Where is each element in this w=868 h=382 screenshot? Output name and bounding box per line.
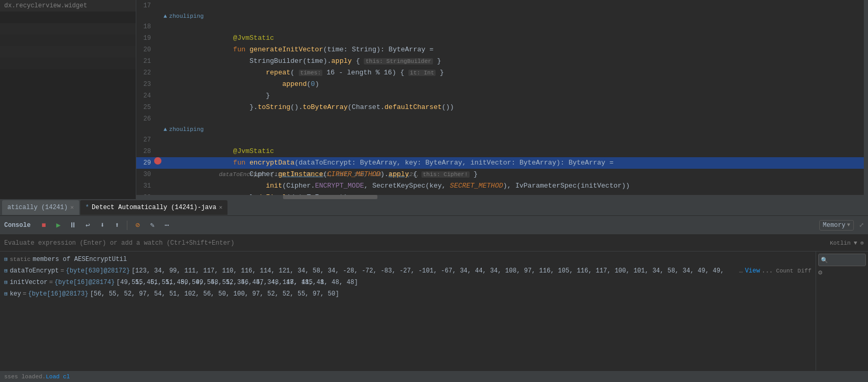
var-item-dataToEncrypt[interactable]: ⊞ dataToEncrypt = {byte[630]@28172} [123…: [0, 265, 816, 277]
code-line-18: 18 @JvmStatic: [136, 21, 868, 32]
memory-label: Memory: [823, 222, 845, 229]
code-area: 17 ▲ zhouliping 18 @JvmStatic: [136, 0, 868, 199]
memory-button[interactable]: Memory ▼: [819, 220, 854, 231]
breakpoint-indicator: [154, 157, 161, 165]
step-into-button[interactable]: ⬇: [96, 220, 108, 231]
variables-area: ⊞ static members of AESEncryptUtil ⊞ dat…: [0, 252, 868, 370]
horizontal-scrollbar[interactable]: [136, 195, 868, 199]
var-name-1: dataToEncrypt: [10, 265, 59, 277]
load-cl-link[interactable]: Load cl: [46, 374, 70, 380]
var-type-3: {byte[16]@28173}: [28, 288, 88, 300]
code-lines: 17 ▲ zhouliping 18 @JvmStatic: [136, 0, 868, 195]
code-line-21: 21 repeat( times: 16 - length % 16) { it…: [136, 56, 868, 67]
left-sidebar: dx.recyclerview.widget: [0, 0, 136, 199]
var-value-2: [49, 55, 51, 51, 50, 49, 48, 52, 56, 57,…: [116, 277, 358, 288]
var-type-1: {byte[630]@28172}: [66, 265, 129, 277]
vertical-scrollbar[interactable]: [864, 0, 868, 199]
memory-dropdown-arrow: ▼: [847, 222, 850, 228]
tab-2-close[interactable]: ✕: [219, 204, 223, 211]
code-line-31: 31 }.doFinal(dataToEncrypt): [136, 180, 868, 192]
var-expand-icon-3: ⊞: [4, 288, 8, 300]
kotlin-dropdown[interactable]: ▼: [854, 240, 858, 246]
author-annotation-18: ▲ zhouliping: [136, 12, 868, 21]
more-button[interactable]: ⋯: [161, 220, 172, 231]
var-item-key[interactable]: ⊞ key = {byte[16]@28173} [56, 55, 52, 97…: [0, 288, 816, 300]
run-to-cursor-button[interactable]: ⊘: [132, 220, 143, 231]
toolbar-sep-1: [127, 221, 127, 230]
step-over-button[interactable]: ↩: [82, 220, 93, 231]
var-value-3: [56, 55, 52, 97, 54, 51, 102, 56, 50, 10…: [90, 288, 339, 300]
var-expand-icon-1: ⊞: [4, 265, 8, 277]
search-icon: 🔍: [821, 257, 828, 264]
expression-input[interactable]: [4, 239, 830, 247]
settings-icon[interactable]: ⊕: [860, 239, 864, 246]
resume-button[interactable]: ▶: [52, 220, 64, 231]
var-name-2: initVector: [10, 277, 48, 288]
code-line-22: 22 append(0): [136, 67, 868, 79]
tabs-bar: atically (14241) ✕ * Detect Automaticall…: [0, 199, 868, 216]
scrollbar-thumb[interactable]: [283, 195, 377, 199]
code-line-30: 30 init(Cipher.ENCRYPT_MODE, SecretKeySp…: [136, 169, 868, 180]
expression-bar: Kotlin ▼ ⊕: [0, 235, 868, 252]
tab-1-close[interactable]: ✕: [70, 204, 74, 211]
author-annotation-27: ▲ zhouliping: [136, 125, 868, 134]
code-line-28: 28 fun encryptData(dataToEncrypt: ByteAr…: [136, 146, 868, 157]
diff-label-1: Diff: [798, 265, 811, 277]
tab-2-modified-dot: *: [85, 204, 89, 211]
code-line-27: 27 @JvmStatic: [136, 134, 868, 146]
pause-button[interactable]: ⏸: [67, 220, 79, 231]
console-label: Console: [4, 222, 30, 229]
evaluate-button[interactable]: ✎: [146, 220, 158, 231]
code-line-20: 20 StringBuilder(time).apply { this: Str…: [136, 44, 868, 56]
count-label-1: Count: [776, 265, 794, 277]
var-name-0: members of AESEncryptUtil: [32, 254, 127, 265]
right-panel: 🔍 ⚙: [816, 252, 868, 370]
var-name-3: key: [10, 288, 21, 300]
debug-panel: Console ■ ▶ ⏸ ↩ ⬇ ⬆ ⊘ ✎ ⋯ Memory ▼ ⤢ Kot…: [0, 216, 868, 382]
right-search-box[interactable]: 🔍: [818, 254, 866, 266]
variables-list: ⊞ static members of AESEncryptUtil ⊞ dat…: [0, 252, 816, 370]
status-bar: sses loaded. Load cl: [0, 370, 868, 382]
tab-2[interactable]: * Detect Automatically (14241)-java ✕: [80, 200, 227, 215]
code-line-17: 17: [136, 0, 868, 12]
status-text: sses loaded.: [4, 374, 46, 380]
debug-toolbar: Console ■ ▶ ⏸ ↩ ⬇ ⬆ ⊘ ✎ ⋯ Memory ▼ ⤢: [0, 216, 868, 235]
var-type-2: {byte[16]@28174}: [55, 277, 115, 288]
right-search-input[interactable]: [830, 257, 863, 263]
view-link-1[interactable]: View: [745, 265, 760, 277]
var-expand-icon-0: ⊞: [4, 254, 8, 265]
tab-1-label: atically (14241): [7, 204, 68, 211]
var-expand-icon-2: ⊞: [4, 277, 8, 288]
kotlin-badge: Kotlin: [830, 240, 851, 246]
panel-expand-button[interactable]: ⤢: [859, 222, 864, 228]
stop-button[interactable]: ■: [38, 220, 49, 231]
code-line-19: 19 fun generateInitVector(time: String):…: [136, 32, 868, 44]
tab-1[interactable]: atically (14241) ✕: [2, 200, 79, 215]
var-static-label: static: [10, 254, 31, 265]
code-line-23: 23 }: [136, 79, 868, 90]
var-item-static[interactable]: ⊞ static members of AESEncryptUtil: [0, 254, 816, 265]
gear-icon[interactable]: ⚙: [818, 268, 866, 277]
code-line-24: 24 }.toString().toByteArray(Charset.defa…: [136, 90, 868, 102]
editor-area: dx.recyclerview.widget 17 ▲ z: [0, 0, 868, 199]
step-out-button[interactable]: ⬆: [111, 220, 123, 231]
tab-2-label: Detect Automatically (14241)-java: [92, 204, 216, 211]
sidebar-item-widget: dx.recyclerview.widget: [0, 0, 136, 12]
code-line-29: 29 Cipher.getInstance(CIPHER_METHOD).app…: [136, 157, 868, 169]
